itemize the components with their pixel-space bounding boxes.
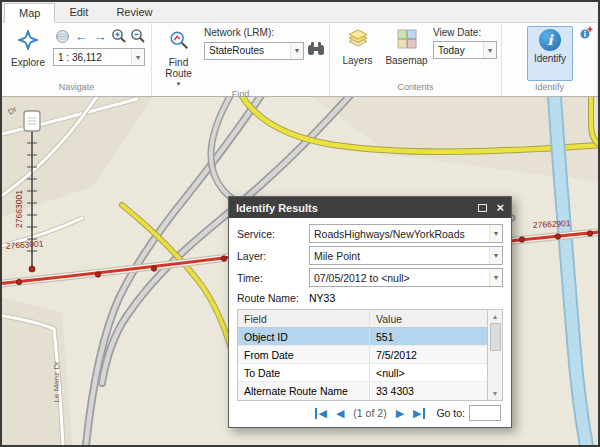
identify-button[interactable]: i Identify (527, 26, 573, 81)
service-dropdown[interactable]: RoadsHighways/NewYorkRoads ▾ (309, 224, 503, 243)
explore-label: Explore (11, 57, 45, 68)
scale-value: 1 : 36,112 (54, 52, 131, 63)
value-cell: 551 (370, 331, 487, 343)
tab-map[interactable]: Map (4, 3, 55, 23)
table-header-row: Field Value (238, 310, 487, 328)
view-date-column: View Date: Today ▾ (433, 26, 497, 81)
explore-button[interactable]: Explore (7, 26, 49, 81)
network-row: StateRoutes ▾ (204, 41, 325, 60)
dropdown-arrow-icon[interactable]: ▾ (489, 225, 502, 242)
previous-extent-icon[interactable]: ← (72, 27, 90, 45)
contents-body: Layers Basemap View Date: (330, 23, 501, 81)
route-name-value: NY33 (309, 292, 335, 304)
next-page-button[interactable]: ▶ (396, 408, 404, 419)
basemap-icon (397, 29, 417, 53)
previous-page-button[interactable]: ◀ (336, 408, 344, 419)
close-button[interactable]: × (496, 201, 504, 214)
navigate-icon-row: ← → (53, 26, 147, 46)
time-dropdown[interactable]: 07/05/2012 to <null> ▾ (309, 268, 503, 287)
layers-button[interactable]: Layers (335, 26, 380, 81)
zoom-out-icon[interactable] (129, 27, 147, 45)
route-name-label: Route Name: (237, 292, 309, 304)
network-lrm-label: Network (LRM): (204, 26, 325, 41)
find-route-label: Find Route (158, 57, 199, 79)
ribbon: Explore ← → (2, 23, 598, 97)
basemap-button[interactable]: Basemap (384, 26, 429, 81)
street-label-le-manz-dr: Le Manz Dr (52, 361, 61, 403)
table-row[interactable]: Alternate Route Name 33 4303 (238, 382, 487, 400)
value-cell: <null> (370, 367, 487, 379)
table-row[interactable]: From Date 7/5/2012 (238, 346, 487, 364)
route-name-row: Route Name: NY33 (237, 290, 503, 306)
maximize-button[interactable] (478, 202, 487, 214)
table-row[interactable]: To Date <null> (238, 364, 487, 382)
goto-group: Go to: (436, 405, 501, 421)
contents-group-label: Contents (330, 81, 501, 96)
network-dropdown[interactable]: StateRoutes ▾ (204, 42, 304, 60)
layer-dropdown[interactable]: Mile Point ▾ (309, 246, 503, 265)
zoom-in-icon[interactable] (110, 27, 128, 45)
view-date-label: View Date: (433, 26, 497, 41)
view-date-value: Today (434, 45, 483, 56)
table-row[interactable]: Object ID 551 (238, 328, 487, 346)
field-cell: To Date (238, 364, 370, 381)
find-route-button[interactable]: Find Route ▾ (157, 26, 200, 88)
field-cell: From Date (238, 346, 370, 363)
dropdown-arrow-icon[interactable]: ▾ (489, 247, 502, 264)
identify-results-dialog: Identify Results × Service: RoadsHighway… (228, 196, 512, 428)
scale-combobox[interactable]: 1 : 36,112 ▾ (53, 48, 145, 66)
layer-row: Layer: Mile Point ▾ (237, 246, 503, 265)
find-route-caret-icon: ▾ (177, 81, 181, 87)
value-cell: 7/5/2012 (370, 349, 487, 361)
maximize-icon (478, 204, 487, 212)
route-label-right: 27662901 (533, 218, 572, 230)
time-label: Time: (237, 272, 309, 284)
navigate-group-label: Navigate (2, 81, 151, 96)
group-identify: i Identify Identify (502, 23, 598, 96)
layers-label: Layers (342, 55, 372, 66)
app-window: Map Edit Review Explore (0, 0, 600, 447)
scroll-up-icon[interactable]: ▲ (492, 310, 499, 323)
field-cell: Object ID (238, 328, 370, 345)
attribute-table: Field Value Object ID 551 From Date 7/5/… (237, 309, 503, 401)
binoculars-icon[interactable] (307, 41, 325, 60)
group-navigate: Explore ← → (2, 23, 152, 96)
dialog-titlebar[interactable]: Identify Results × (229, 197, 511, 218)
next-extent-icon[interactable]: → (91, 27, 109, 45)
identify-label: Identify (534, 53, 566, 64)
last-page-button[interactable]: ▶ (413, 408, 424, 419)
dropdown-arrow-icon[interactable]: ▾ (489, 269, 502, 286)
ribbon-tabbar: Map Edit Review (2, 2, 598, 23)
service-row: Service: RoadsHighways/NewYorkRoads ▾ (237, 224, 503, 243)
dropdown-arrow-icon[interactable]: ▾ (131, 49, 144, 65)
group-find: Find Route ▾ Network (LRM): StateRoutes … (152, 23, 330, 96)
first-page-button[interactable]: ◀ (315, 408, 326, 419)
navigate-column: ← → (53, 26, 147, 81)
find-column: Network (LRM): StateRoutes ▾ (204, 26, 325, 88)
field-column-header: Field (238, 310, 370, 327)
dialog-title: Identify Results (236, 202, 469, 214)
map-view[interactable]: 27663001 27663001 27662901 Le Manz Dr Dr… (2, 97, 598, 445)
full-extent-icon[interactable] (53, 27, 71, 45)
pagination-bar: ◀ ◀ (1 of 2) ▶ ▶ Go to: (237, 401, 503, 425)
tab-review[interactable]: Review (102, 2, 166, 22)
find-body: Find Route ▾ Network (LRM): StateRoutes … (152, 23, 329, 88)
identify-route-icon[interactable] (579, 26, 593, 40)
dropdown-arrow-icon[interactable]: ▾ (290, 43, 303, 59)
field-cell: Alternate Route Name (238, 382, 370, 400)
dropdown-arrow-icon[interactable]: ▾ (483, 42, 496, 58)
layers-icon (347, 29, 369, 53)
time-row: Time: 07/05/2012 to <null> ▾ (237, 268, 503, 287)
attribute-table-grid: Field Value Object ID 551 From Date 7/5/… (238, 310, 487, 400)
view-date-dropdown[interactable]: Today ▾ (433, 41, 497, 59)
table-scrollbar[interactable]: ▲ ▼ (487, 310, 502, 400)
network-value: StateRoutes (205, 45, 290, 56)
scroll-down-icon[interactable]: ▼ (492, 387, 499, 400)
route-label-vertical: 27663001 (14, 190, 24, 228)
basemap-label: Basemap (385, 55, 427, 66)
goto-input[interactable] (469, 405, 501, 421)
navigate-body: Explore ← → (2, 23, 151, 81)
tab-edit[interactable]: Edit (55, 2, 102, 22)
value-cell: 33 4303 (370, 385, 487, 397)
scrollbar-thumb[interactable] (490, 323, 501, 351)
